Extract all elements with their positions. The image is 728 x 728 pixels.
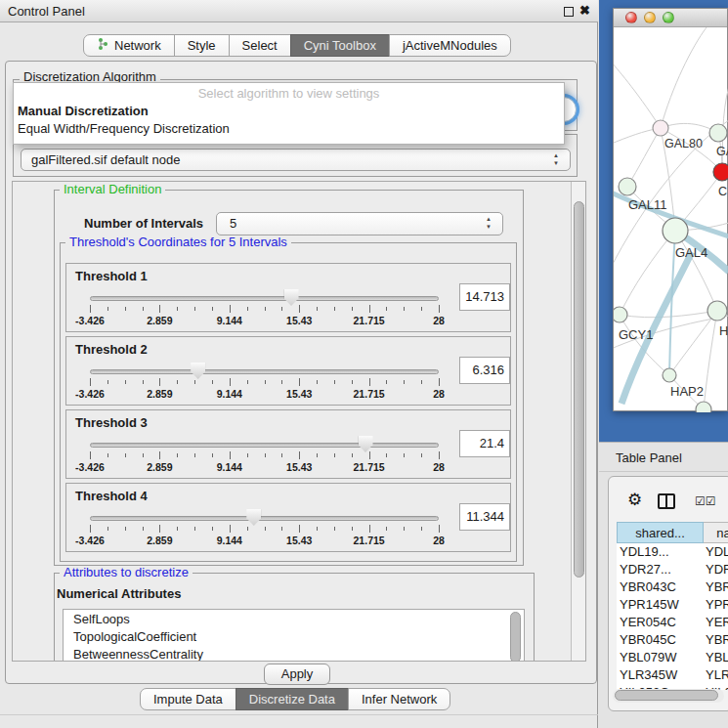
- combo-spinner-icon: ▲▼: [551, 151, 561, 167]
- zoom-traffic-light[interactable]: [663, 12, 674, 23]
- node-gal4-hub[interactable]: [663, 218, 688, 243]
- node-label: HAP2: [670, 384, 704, 399]
- threshold-label: Threshold 3: [75, 415, 148, 430]
- popup-option-manual[interactable]: Manual Discretization: [18, 104, 149, 118]
- list-item[interactable]: BetweennessCentrality: [73, 647, 203, 662]
- column-header-name[interactable]: name: [704, 522, 728, 543]
- tick-mark: [404, 380, 405, 384]
- horizontal-scrollbar-thumb[interactable]: [615, 690, 718, 701]
- tick-label: 28: [433, 535, 445, 546]
- tick-label: 15.43: [286, 461, 312, 473]
- list-item[interactable]: SelfLoops: [73, 612, 130, 626]
- node-red[interactable]: [713, 163, 728, 181]
- tab-label: Impute Data: [153, 692, 223, 707]
- tick-mark: [421, 307, 422, 311]
- tick-label: -3.426: [75, 315, 105, 326]
- minimize-traffic-light[interactable]: [644, 12, 656, 23]
- tick-mark: [212, 453, 213, 457]
- tick-mark: [125, 307, 126, 311]
- threshold-slider-track[interactable]: [90, 296, 439, 301]
- threshold-value-field[interactable]: 6.316: [459, 357, 510, 384]
- threshold-slider-handle[interactable]: [246, 509, 261, 526]
- bottom-divider: [0, 714, 598, 715]
- threshold-value-field[interactable]: 11.344: [459, 503, 510, 531]
- threshold-value-field[interactable]: 21.4: [459, 430, 510, 457]
- tick-mark: [230, 525, 231, 533]
- network-edge: [704, 311, 717, 409]
- network-window-titlebar[interactable]: [614, 9, 727, 27]
- table-row[interactable]: YBR043CYBR043C: [617, 578, 728, 596]
- tab-style[interactable]: Style: [174, 34, 230, 57]
- node-pink[interactable]: [653, 120, 668, 136]
- tick-label: 28: [433, 315, 445, 326]
- table-row[interactable]: YPR145WYPR145W: [617, 596, 728, 614]
- tab-select[interactable]: Select: [229, 34, 291, 57]
- tab-discretize-data[interactable]: Discretize Data: [236, 688, 349, 710]
- apply-button[interactable]: Apply: [264, 664, 330, 685]
- threshold-slider-track[interactable]: [90, 443, 439, 448]
- checkbox-pair-icon[interactable]: ☑☑: [695, 494, 716, 508]
- tab-label: jActiveMNodules: [403, 38, 497, 53]
- table-row[interactable]: YDL19...YDL19: [617, 543, 728, 561]
- threshold-panel: Threshold 4-3.4262.8599.14415.4321.71528…: [65, 483, 511, 552]
- network-edge: [627, 128, 661, 187]
- float-window-icon[interactable]: [564, 7, 574, 17]
- number-of-intervals-combobox[interactable]: 5 ▲▼: [216, 212, 503, 236]
- list-scrollbar-thumb[interactable]: [510, 612, 521, 662]
- threshold-slider-handle[interactable]: [284, 289, 299, 306]
- table-row[interactable]: YLR345WYLR345W: [617, 666, 728, 684]
- tick-label: 21.715: [354, 461, 385, 473]
- horizontal-scrollbar-track[interactable]: [613, 689, 724, 703]
- tick-mark: [386, 527, 387, 531]
- tick-mark: [90, 525, 91, 533]
- vertical-scrollbar-track[interactable]: [571, 182, 586, 662]
- tick-mark: [265, 527, 266, 531]
- threshold-slider-track[interactable]: [90, 369, 439, 374]
- list-item[interactable]: TopologicalCoefficient: [73, 629, 196, 644]
- table-row[interactable]: YBL079WYBL079W: [617, 649, 728, 666]
- close-icon[interactable]: ✖: [579, 3, 590, 18]
- threshold-panel: Threshold 1-3.4262.8599.14415.4321.71528…: [65, 263, 511, 332]
- cell-shared-name: YBR043C: [620, 579, 676, 594]
- node-label: H: [719, 323, 728, 338]
- node-gcy1[interactable]: [614, 307, 627, 322]
- column-header-shared-name[interactable]: shared...: [617, 522, 704, 543]
- cell-name: YER054C: [706, 615, 728, 629]
- tab-impute-data[interactable]: Impute Data: [140, 688, 236, 710]
- cell-name: YDR27: [706, 562, 728, 577]
- tab-cyni-toolbox[interactable]: Cyni Toolbox: [290, 34, 390, 57]
- network-canvas[interactable]: GAL80GACGAL11GAL4GCY1HHAP2: [614, 27, 728, 412]
- tick-mark: [107, 307, 108, 311]
- split-table-icon[interactable]: [658, 493, 675, 509]
- tab-network[interactable]: Network: [83, 34, 175, 57]
- tick-mark: [317, 307, 318, 311]
- threshold-slider-track[interactable]: [90, 516, 439, 521]
- table-row[interactable]: YER054CYER054C: [617, 614, 728, 631]
- node-right-h[interactable]: [707, 301, 727, 321]
- tab-jactivemnodules[interactable]: jActiveMNodules: [389, 34, 511, 57]
- tick-mark: [230, 378, 231, 386]
- node-bottom[interactable]: [696, 402, 711, 412]
- table-row[interactable]: YDR27...YDR27: [617, 561, 728, 578]
- node-top-right[interactable]: [709, 124, 727, 142]
- gear-icon[interactable]: ⚙: [627, 490, 642, 510]
- threshold-value-field[interactable]: 14.713: [459, 283, 510, 311]
- node-gal11[interactable]: [619, 178, 636, 195]
- threshold-slider-handle[interactable]: [191, 363, 205, 379]
- close-traffic-light[interactable]: [625, 12, 637, 23]
- table-row[interactable]: YBR045CYBR045C: [617, 631, 728, 649]
- node-hap2[interactable]: [663, 368, 676, 382]
- tick-mark: [281, 380, 282, 384]
- tick-label: -3.426: [75, 535, 105, 546]
- table-data-combobox[interactable]: galFiltered.sif default node ▲▼: [21, 149, 571, 171]
- tick-label: 21.715: [354, 388, 385, 400]
- number-of-intervals-value: 5: [230, 216, 236, 231]
- tick-mark: [159, 525, 160, 533]
- tick-mark: [143, 453, 144, 457]
- tab-infer-network[interactable]: Infer Network: [348, 688, 450, 710]
- threshold-slider-handle[interactable]: [359, 436, 373, 452]
- vertical-scrollbar-thumb[interactable]: [574, 201, 584, 578]
- tick-mark: [194, 307, 195, 311]
- popup-option-equal-width[interactable]: Equal Width/Frequency Discretization: [18, 121, 230, 136]
- tick-mark: [334, 453, 335, 457]
